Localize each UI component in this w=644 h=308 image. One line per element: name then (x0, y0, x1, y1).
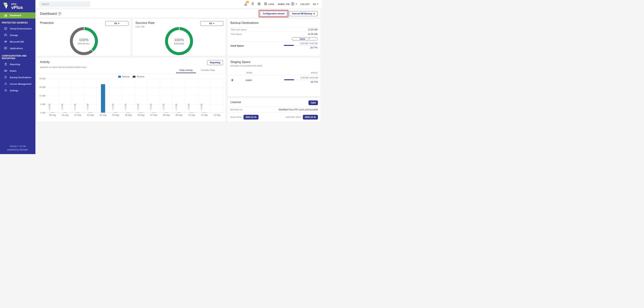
backup-bar (101, 84, 105, 113)
logout-button[interactable]: LOG OUT (300, 3, 310, 5)
sidebar-item-applications[interactable]: Applications (0, 45, 36, 52)
chart-column: ~ 0 GiB (71, 79, 84, 113)
chevron-down-icon (118, 23, 120, 24)
node-link[interactable]: node1 (246, 79, 252, 81)
backup-bar (139, 112, 143, 113)
node-space-progressbar (284, 79, 318, 80)
x-axis-label: 06 Sep (135, 114, 148, 116)
logs-label: LOGS (268, 3, 274, 5)
activity-title: Activity (40, 60, 222, 64)
node-column-header: NODE (246, 72, 252, 74)
x-axis-label: 09 Sep (173, 114, 185, 116)
backup-bar (202, 112, 206, 113)
annotation-highlight (259, 10, 288, 17)
x-axis-label: 07 Sep (148, 114, 160, 116)
page-header: Dashboard ? Configuration wizard Interna… (37, 10, 320, 18)
alerts-button[interactable]: 2 (244, 2, 248, 6)
newspaper-icon (264, 2, 267, 6)
sidebar-item-nodes[interactable]: Nodes (0, 68, 36, 74)
protection-donut: 100% 33% OF ALL (70, 27, 98, 55)
staging-subtitle: STAGING UTILIZATION PER NODE (230, 65, 318, 67)
main-area: 2 L (36, 0, 322, 154)
backup-bar (50, 112, 54, 113)
backup-bar (164, 112, 168, 113)
success-rate-filter-dropdown[interactable]: All (200, 21, 223, 26)
x-axis-label: 12 Sep (210, 114, 223, 116)
legend-backup: Backup (118, 75, 130, 78)
chart-column: ~ 0 GiB (173, 79, 185, 113)
brand-logo[interactable]: DPX vPlus (0, 0, 36, 12)
protection-caption: 33% OF ALL (78, 43, 90, 45)
language-label: EN (313, 3, 316, 5)
chart-column: ~ 0 GiB (185, 79, 198, 113)
sidebar-nav: Dashboard PROTECTED SOURCES Virtual Envi… (0, 12, 36, 94)
sidebar-item-settings[interactable]: Settings (0, 87, 36, 94)
chart-column: ~ 0 GiB (160, 79, 173, 113)
user-menu[interactable]: ADMIN, THE (278, 2, 297, 6)
success-rate-caption: SUCCESS (174, 43, 184, 45)
bar-value-label: ~ 0 GiB (188, 104, 190, 111)
used-space-row: Used Space 12.90 GiB / 43.35 GiB 29.77% (230, 42, 318, 49)
destination-selector-dropdown[interactable]: Intern (292, 37, 318, 40)
x-axis-label: 30 Aug (46, 114, 59, 116)
sidebar-item-label: Applications (10, 47, 23, 50)
staging-table-header: NODE SPACE (228, 72, 320, 75)
chart-column: ~ 0 GiB (135, 79, 148, 113)
chart-column: ~ 0 GiB (46, 79, 59, 113)
sidebar-item-label: Storage (10, 34, 18, 37)
backup-bar (190, 112, 194, 113)
backup-bar (177, 112, 181, 113)
sidebar-item-dashboard[interactable]: Dashboard (0, 12, 36, 19)
instance-id-row: INSTANCE ID 55b3f6a9-f72a-4757-a1c9-ccf2… (228, 107, 320, 113)
language-selector[interactable]: EN (313, 3, 318, 5)
y-axis-tick: 24 GiB (39, 77, 46, 80)
chart-plot-area: ~ 0 GiB~ 0 GiB~ 0 GiB~ 0 GiB~ 0 GiB~ 0 G… (46, 79, 223, 113)
backup-bar (76, 112, 80, 113)
sidebar-item-access-management[interactable]: Access Management (0, 81, 36, 87)
sidebar-item-storage[interactable]: Storage (0, 32, 36, 39)
license-card: License Valid INSTANCE ID 55b3f6a9-f72a-… (228, 98, 320, 122)
x-axis-label: 03 Sep (97, 114, 110, 116)
sidebar-item-backup-destinations[interactable]: Backup Destinations (0, 74, 36, 81)
help-lifebuoy-icon[interactable] (258, 2, 261, 6)
license-title: License (230, 100, 318, 104)
sidebar-item-virtual-environments[interactable]: Virtual Environments (0, 26, 36, 32)
activity-subtitle: AMOUNT OF DATA PROTECTED/RESTORED DAILY (40, 66, 222, 68)
cloud-icon (4, 40, 7, 44)
chart-column: ~ 0 GiB (84, 79, 97, 113)
logs-button[interactable]: LOGS (264, 2, 274, 6)
valid-until-badge: 2025-12-31 (244, 115, 258, 119)
tasks-scroll-icon[interactable] (251, 2, 254, 6)
sidebar-item-reporting[interactable]: Reporting (0, 61, 36, 68)
sidebar-item-label: Settings (10, 89, 18, 92)
internal-db-backup-button[interactable]: Internal DB Backup (289, 11, 318, 16)
bar-value-label: ~ 0 GiB (112, 104, 114, 111)
tab-daily-activity[interactable]: Daily Activity (180, 69, 193, 73)
sidebar-item-label: Virtual Environments (10, 28, 32, 30)
node-space-ratio: 12.90 GiB / 43.35 GiB (284, 77, 318, 79)
backup-bar (63, 112, 67, 113)
reporting-button[interactable]: Reporting (207, 60, 223, 65)
tab-transfer-rate[interactable]: Transfer Rate (201, 69, 215, 73)
tabs-divider (37, 74, 226, 74)
protection-filter-dropdown[interactable]: All (105, 21, 128, 26)
sidebar-item-microsoft-365[interactable]: Microsoft 365 (0, 39, 36, 45)
backup-color-chip (118, 76, 121, 78)
bar-value-label: ~ 0 GiB (175, 104, 178, 111)
bar-value-label: ~ 0 GiB (150, 104, 152, 111)
bar-value-label: ~ 0 GiB (48, 104, 51, 111)
sidebar-item-label: Microsoft 365 (10, 41, 24, 43)
backup-bar (114, 112, 118, 113)
sidebar-item-label: Nodes (10, 70, 16, 72)
success-rate-donut: 100% SUCCESS (165, 27, 193, 55)
help-icon[interactable]: ? (58, 12, 61, 15)
bar-value-label: ~ 0 GiB (200, 104, 203, 111)
node-status-dot (232, 79, 233, 81)
daily-activity-chart: 24 GiB18 GiB12 GiB6 GiB0 GiB ~ 0 GiB~ 0 … (46, 79, 223, 113)
staging-title: Staging Space (230, 60, 318, 64)
sidebar-section-configuration: CONFIGURATION AND REPORTING (0, 52, 36, 61)
staging-space-card: Staging Space STAGING UTILIZATION PER NO… (228, 58, 320, 96)
search-input[interactable] (39, 1, 90, 7)
sidebar-footer: Version 7.3.0-38 powered by Storware (0, 145, 36, 151)
x-axis-label: 08 Sep (160, 114, 173, 116)
